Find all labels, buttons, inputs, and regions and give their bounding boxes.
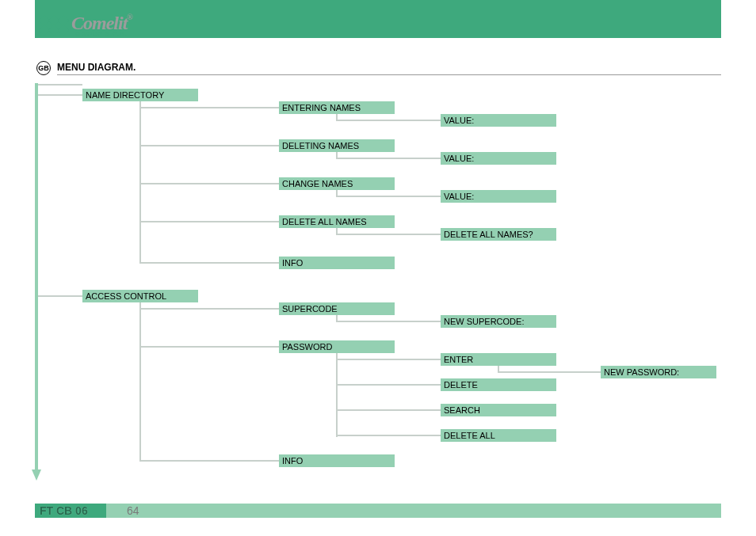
- connector: [139, 145, 279, 146]
- node-enter: ENTER: [441, 353, 556, 366]
- node-new-supercode: NEW SUPERCODE:: [441, 315, 556, 328]
- node-access-control: ACCESS CONTROL: [82, 290, 198, 302]
- header-banner: [35, 0, 721, 38]
- section-title: MENU DIAGRAM.: [57, 62, 136, 73]
- node-change-names: CHANGE NAMES: [279, 177, 395, 190]
- language-badge: GB: [36, 61, 51, 75]
- footer-doc-id: FT CB 06: [40, 504, 88, 518]
- connector: [139, 460, 279, 462]
- connector: [139, 183, 279, 184]
- connector: [336, 321, 441, 322]
- node-info-2: INFO: [279, 454, 395, 467]
- node-delete-all-names-q: DELETE ALL NAMES?: [441, 228, 556, 241]
- connector: [139, 262, 279, 264]
- title-rule: [57, 74, 721, 75]
- page: Comelit® GROUP S.P.A. GB MENU DIAGRAM. N…: [0, 0, 756, 536]
- connector: [336, 409, 441, 411]
- node-change-names-value: VALUE:: [441, 190, 556, 203]
- node-info-1: INFO: [279, 257, 395, 269]
- node-new-password: NEW PASSWORD:: [601, 366, 716, 378]
- node-delete-all: DELETE ALL: [441, 429, 556, 442]
- node-delete-all-names: DELETE ALL NAMES: [279, 215, 395, 228]
- connector: [35, 83, 38, 471]
- connector: [498, 371, 601, 373]
- connector: [336, 158, 441, 159]
- node-name-directory: NAME DIRECTORY: [82, 89, 198, 101]
- connector: [336, 234, 441, 235]
- connector: [38, 94, 82, 96]
- node-deleting-names: DELETING NAMES: [279, 139, 395, 152]
- connector: [139, 302, 141, 461]
- node-deleting-names-value: VALUE:: [441, 152, 556, 165]
- logo-mark-icon: [40, 16, 68, 35]
- footer-page-number: 64: [127, 504, 139, 518]
- connector: [336, 384, 441, 386]
- connector: [139, 308, 279, 310]
- brand-logo: Comelit® GROUP S.P.A.: [40, 6, 132, 44]
- connector: [38, 84, 82, 86]
- node-supercode: SUPERCODE: [279, 302, 395, 315]
- connector: [336, 353, 338, 437]
- connector: [139, 101, 141, 263]
- connector: [139, 107, 279, 108]
- connector: [336, 435, 441, 436]
- connector: [336, 196, 441, 197]
- connector: [336, 120, 441, 121]
- brand-subtitle: GROUP S.P.A.: [75, 31, 128, 37]
- node-delete: DELETE: [441, 378, 556, 391]
- connector: [38, 295, 82, 297]
- connector: [139, 221, 279, 222]
- arrow-down-icon: [32, 469, 41, 481]
- node-entering-names-value: VALUE:: [441, 114, 556, 127]
- node-entering-names: ENTERING NAMES: [279, 101, 395, 114]
- connector: [139, 346, 279, 348]
- node-search: SEARCH: [441, 404, 556, 416]
- brand-tm: ®: [127, 13, 132, 21]
- node-password: PASSWORD: [279, 340, 395, 353]
- connector: [336, 359, 441, 360]
